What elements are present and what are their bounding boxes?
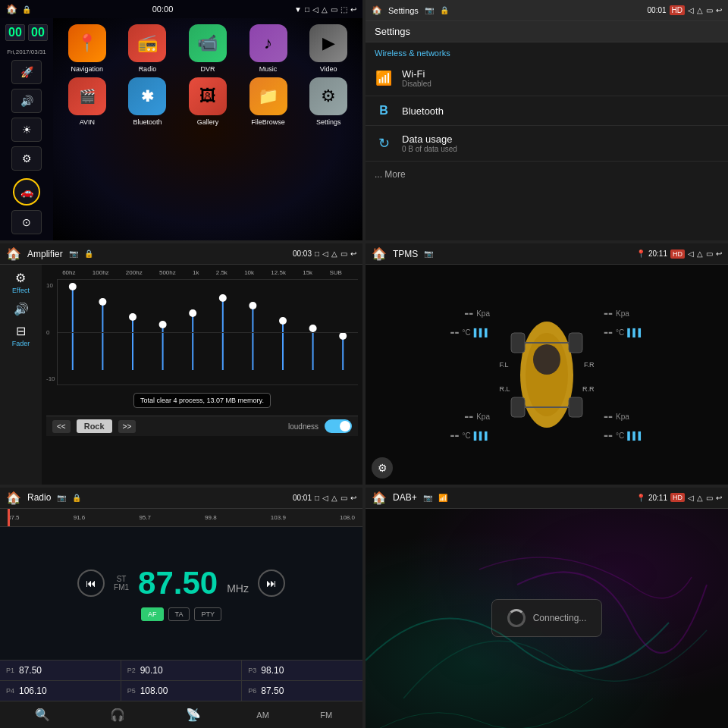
tpms-status-left: 🏠 TPMS 📷 xyxy=(372,246,433,261)
preset-p4[interactable]: P4 106.10 xyxy=(0,681,121,701)
tpms-fr-cell: -- Kpa -- °C ▌▌▌ xyxy=(596,271,722,375)
effect-label: Effect xyxy=(12,287,30,294)
preset-p2[interactable]: P2 90.10 xyxy=(121,661,242,680)
back-icon: ↩ xyxy=(350,5,356,14)
volume-btn[interactable]: 🔊 xyxy=(11,89,42,113)
circles-btn[interactable]: ⊙ xyxy=(11,210,42,234)
amp-lock2-icon: 🔒 xyxy=(84,249,93,258)
settings-status-bar: 🏠 Settings 📷 🔒 00:01 HD ◁ △ ▭ ↩ xyxy=(366,0,728,21)
preset-p3[interactable]: P3 98.10 xyxy=(242,661,362,680)
radio-prev-btn[interactable]: ⏮ xyxy=(77,570,105,597)
fader-btn[interactable]: ⊟ Fader xyxy=(12,324,30,347)
settings-back-icon: ↩ xyxy=(716,6,722,14)
preset-p5-freq: 108.00 xyxy=(140,686,168,696)
radio-home-icon: 🏠 xyxy=(6,491,21,505)
app-radio[interactable]: 📻 Radio xyxy=(120,24,176,73)
app-video[interactable]: ▶ Video xyxy=(300,24,356,73)
preset-p6[interactable]: P6 87.50 xyxy=(242,681,362,701)
loudness-toggle[interactable] xyxy=(325,419,352,433)
tpms-title-text: TPMS xyxy=(393,249,418,259)
loudness-label: loudness xyxy=(288,422,318,431)
settings-wifi-item[interactable]: 📶 Wi-Fi Disabled xyxy=(366,61,728,96)
radio-antenna-btn[interactable]: 📡 xyxy=(181,706,206,723)
tpms-fl-label: F.L xyxy=(500,361,509,369)
home-main-area: 00 00 Fri,2017/03/31 🚀 🔊 ☀ ⚙ 🚗 ⊙ 📍 Navig… xyxy=(0,18,362,240)
home-icon: 🏠 xyxy=(6,4,17,14)
radio-fm-btn[interactable]: FM xyxy=(320,711,332,720)
clock-min: 00 xyxy=(28,24,48,41)
tpms-rl-kpa-val: -- xyxy=(464,409,473,425)
eq-label-100hz: 100hz xyxy=(93,269,109,276)
equalizer-btn[interactable]: ⚙ xyxy=(11,146,42,171)
settings-status-right: 00:01 HD ◁ △ ▭ ↩ xyxy=(648,5,722,15)
preset-p6-name: P6 xyxy=(248,687,256,695)
volume-icon: 🔊 xyxy=(14,302,29,316)
effect-btn[interactable]: ⚙ Effect xyxy=(12,271,30,294)
app-music[interactable]: ♪ Music xyxy=(240,24,297,73)
panel-radio: 🏠 Radio 📷 🔒 00:01 □ ◁ △ ▭ ↩ 87.5 91.6 95… xyxy=(0,488,362,728)
preset-p5[interactable]: P5 108.00 xyxy=(121,681,242,701)
eq-next-btn[interactable]: >> xyxy=(118,420,136,433)
dab-time: 20:11 xyxy=(648,494,667,502)
radio-search-btn[interactable]: 🔍 xyxy=(30,706,55,723)
app-settings[interactable]: ⚙ Settings xyxy=(300,77,356,126)
preset-p5-name: P5 xyxy=(127,687,136,695)
amp-back-icon: ↩ xyxy=(350,249,356,258)
settings-data-item[interactable]: ↻ Data usage 0 B of data used xyxy=(366,126,728,162)
eq-label-sub: SUB xyxy=(329,269,341,276)
preset-p1[interactable]: P1 87.50 xyxy=(0,661,121,680)
eq-freq-labels: 60hz 100hz 200hz 500hz 1k 2.5k 10k 12.5k… xyxy=(46,269,358,276)
gallery-icon-img: 🖼 xyxy=(189,77,227,115)
eq-preset-display[interactable]: Rock xyxy=(77,419,112,433)
settings-bluetooth-item[interactable]: B Bluetooth xyxy=(366,96,728,126)
car-btn[interactable]: 🚗 xyxy=(13,178,40,206)
app-navigation[interactable]: 📍 Navigation xyxy=(59,24,115,73)
radio-label: Radio xyxy=(139,65,157,73)
radio-status-right: 00:01 □ ◁ △ ▭ ↩ xyxy=(293,494,356,502)
eq-grid-bottom xyxy=(58,384,358,385)
radio-ta-btn[interactable]: TA xyxy=(168,607,190,621)
eq-prev-btn[interactable]: << xyxy=(52,420,71,433)
freq-95.7: 95.7 xyxy=(139,514,151,521)
tpms-fr-kpa-row: -- Kpa xyxy=(604,306,629,322)
tpms-fl-kpa-val: -- xyxy=(464,306,473,322)
dab-wifi-icon: 📶 xyxy=(438,494,447,502)
radio-headphones-btn[interactable]: 🎧 xyxy=(105,706,130,723)
eq-tooltip-area: Total clear 4 process, 13.07 MB memory. xyxy=(46,388,358,413)
app-avin[interactable]: 🎬 AVIN xyxy=(59,77,115,126)
radio-mhz-label: MHz xyxy=(227,582,249,595)
app-dvr[interactable]: 📹 DVR xyxy=(180,24,236,73)
radio-next-btn[interactable]: ⏭ xyxy=(258,570,285,597)
radio-display-row: ⏮ ST FM1 87.50 MHz ⏭ xyxy=(6,565,356,601)
rocket-btn[interactable]: 🚀 xyxy=(11,60,42,84)
settings-label: Settings xyxy=(316,118,341,126)
preset-p4-name: P4 xyxy=(6,687,14,695)
radio-main-area: ⏮ ST FM1 87.50 MHz ⏭ AF TA PTY xyxy=(0,527,362,660)
radio-pty-btn[interactable]: PTY xyxy=(194,607,221,621)
radio-af-btn[interactable]: AF xyxy=(141,607,164,621)
tpms-hd-icon: HD xyxy=(670,249,685,259)
tpms-bright-icon: △ xyxy=(697,249,703,258)
radio-time: 00:01 xyxy=(293,494,312,502)
dab-camera-icon: 📷 xyxy=(423,494,432,502)
brightness-btn[interactable]: ☀ xyxy=(11,118,42,142)
tpms-settings-btn[interactable]: ⚙ xyxy=(372,457,393,479)
settings-more[interactable]: ... More xyxy=(366,162,728,187)
tpms-rl-temp-row: -- °C ▌▌▌ xyxy=(450,428,491,444)
app-gallery[interactable]: 🖼 Gallery xyxy=(180,77,236,126)
settings-vol-icon: ◁ xyxy=(688,6,694,14)
radio-am-btn[interactable]: AM xyxy=(256,711,269,720)
tpms-rr-cell: -- Kpa -- °C ▌▌▌ xyxy=(596,375,722,479)
volume-amp-btn[interactable]: 🔊 xyxy=(14,302,29,316)
signal-icon: ▼ xyxy=(294,5,302,14)
grid-icon: ⬚ xyxy=(340,5,347,14)
svg-point-9 xyxy=(189,309,196,317)
radio-band-display: FM1 xyxy=(114,583,129,592)
app-filebrowse[interactable]: 📁 FileBrowse xyxy=(240,77,297,126)
settings-scr-icon: ▭ xyxy=(706,6,713,14)
settings-time: 00:01 xyxy=(648,6,667,14)
radio-vol-icon: ◁ xyxy=(322,494,328,502)
app-bluetooth[interactable]: ✱ Bluetooth xyxy=(120,77,176,126)
preset-p3-name: P3 xyxy=(248,667,256,674)
tpms-scr-icon: ▭ xyxy=(706,249,713,258)
